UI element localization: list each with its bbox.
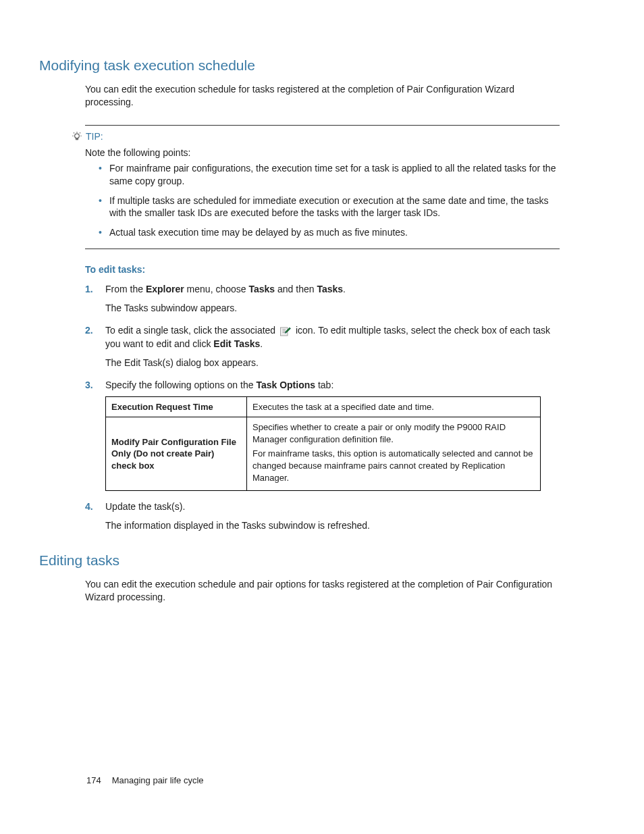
rule-bottom [85,249,560,249]
table-key: Execution Request Time [106,396,247,417]
heading-editing-tasks: Editing tasks [39,552,560,569]
step-4-sub: The information displayed in the Tasks s… [105,519,560,533]
tip-header: TIP: [72,131,560,142]
subheading-edit-tasks: To edit tasks: [85,264,560,275]
edit-icon [279,325,292,338]
page-number: 174 [86,775,101,785]
table-value: Specifies whether to create a pair or on… [247,417,541,491]
tip-bullet: Actual task execution time may be delaye… [99,226,560,239]
tip-bullets: For mainframe pair configurations, the e… [99,162,560,239]
footer-title: Managing pair life cycle [112,775,204,785]
page-body: Modifying task execution schedule You ca… [0,0,644,604]
tip-bullet: For mainframe pair configurations, the e… [99,162,560,188]
svg-point-0 [75,134,80,138]
tip-body: Note the following points: For mainframe… [85,147,560,239]
step-2: To edit a single task, click the associa… [85,324,560,369]
table-row: Modify Pair Configuration File Only (Do … [106,417,541,491]
lightbulb-icon [72,131,82,142]
intro-text-1: You can edit the execution schedule for … [85,83,560,109]
step-1-sub: The Tasks subwindow appears. [105,302,560,315]
svg-line-4 [74,132,74,133]
rule-top [85,125,560,126]
svg-line-5 [80,132,80,133]
tip-label: TIP: [86,131,103,142]
page-footer: 174Managing pair life cycle [86,775,204,785]
step-1: From the Explorer menu, choose Tasks and… [85,283,560,315]
table-row: Execution Request Time Executes the task… [106,396,541,417]
step-2-sub: The Edit Task(s) dialog box appears. [105,357,560,370]
options-table: Execution Request Time Executes the task… [105,396,541,491]
heading-modifying-schedule: Modifying task execution schedule [39,57,560,74]
table-value: Executes the task at a specified date an… [247,396,541,417]
tip-block: TIP: Note the following points: For main… [85,125,560,249]
intro-text-2: You can edit the execution schedule and … [85,578,560,604]
step-4: Update the task(s). The information disp… [85,500,560,532]
tip-intro: Note the following points: [85,147,560,158]
steps-list: From the Explorer menu, choose Tasks and… [85,283,560,532]
tip-bullet: If multiple tasks are scheduled for imme… [99,194,560,220]
table-key: Modify Pair Configuration File Only (Do … [106,417,247,491]
step-3: Specify the following options on the Tas… [85,379,560,491]
